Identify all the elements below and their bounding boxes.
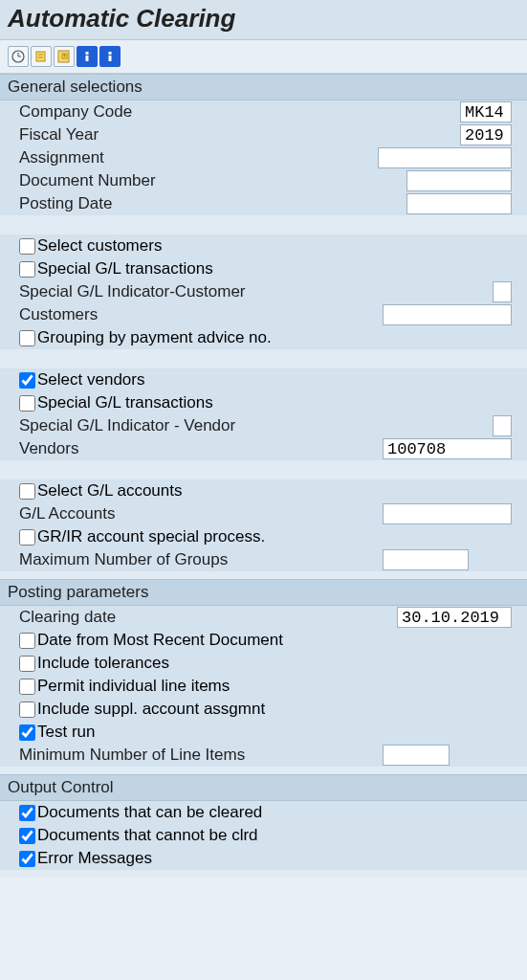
label-special-gl-ind-vend: Special G/L Indicator - Vendor — [19, 416, 306, 435]
docs-cleared-checkbox[interactable] — [19, 805, 35, 821]
test-run-checkbox[interactable] — [19, 724, 35, 741]
special-gl-ind-cust-input[interactable] — [493, 281, 512, 302]
variant-get-icon[interactable] — [31, 46, 52, 67]
date-recent-doc-checkbox[interactable] — [19, 633, 35, 649]
info-icon[interactable] — [77, 46, 98, 67]
label-customers: Customers — [19, 305, 306, 324]
label-assignment: Assignment — [19, 148, 306, 167]
info-icon-2[interactable] — [99, 46, 121, 67]
select-gl-accounts-checkbox[interactable] — [19, 483, 35, 500]
label-posting-date: Posting Date — [19, 194, 306, 213]
permit-individual-checkbox[interactable] — [19, 679, 35, 695]
label-grouping-payment-advice: Grouping by payment advice no. — [37, 328, 272, 347]
svg-rect-8 — [86, 52, 89, 55]
include-tolerances-checkbox[interactable] — [19, 656, 35, 672]
vendors-input[interactable] — [383, 438, 512, 459]
docs-not-cleared-checkbox[interactable] — [19, 828, 35, 844]
clearing-date-input[interactable] — [397, 607, 512, 628]
title-bar: Automatic Clearing — [0, 0, 527, 40]
label-select-vendors: Select vendors — [37, 370, 144, 390]
company-code-input[interactable] — [460, 101, 512, 122]
label-docs-not-cleared: Documents that cannot be clrd — [37, 826, 258, 845]
label-clearing-date: Clearing date — [19, 608, 306, 627]
svg-rect-9 — [86, 56, 89, 61]
grouping-payment-advice-checkbox[interactable] — [19, 330, 35, 346]
section-posting: Clearing date Date from Most Recent Docu… — [0, 606, 527, 774]
special-gl-trans-cust-checkbox[interactable] — [19, 261, 35, 278]
label-max-groups: Maximum Number of Groups — [19, 550, 306, 569]
svg-rect-10 — [109, 52, 112, 55]
label-vendors: Vendors — [19, 439, 306, 458]
label-document-number: Document Number — [19, 171, 306, 190]
variant-save-icon[interactable] — [54, 46, 75, 67]
label-include-tolerances: Include tolerances — [37, 654, 169, 673]
label-min-line-items: Minimum Number of Line Items — [19, 746, 306, 765]
min-line-items-input[interactable] — [383, 745, 450, 766]
max-groups-input[interactable] — [383, 549, 469, 570]
label-docs-cleared: Documents that can be cleared — [37, 803, 262, 822]
label-test-run: Test run — [37, 723, 95, 742]
page-title: Automatic Clearing — [8, 4, 519, 33]
toolbar — [0, 40, 527, 74]
label-select-gl-accounts: Select G/L accounts — [37, 481, 183, 501]
customers-input[interactable] — [383, 304, 512, 325]
svg-rect-3 — [36, 52, 45, 61]
assignment-input[interactable] — [378, 147, 512, 168]
label-gl-accounts: G/L Accounts — [19, 504, 306, 523]
label-error-messages: Error Messages — [37, 849, 152, 868]
document-number-input[interactable] — [406, 170, 512, 191]
special-gl-trans-vend-checkbox[interactable] — [19, 395, 35, 412]
section-output: Documents that can be cleared Documents … — [0, 801, 527, 878]
label-fiscal-year: Fiscal Year — [19, 125, 306, 145]
select-customers-checkbox[interactable] — [19, 238, 35, 255]
svg-rect-11 — [109, 56, 112, 61]
error-messages-checkbox[interactable] — [19, 851, 35, 867]
label-company-code: Company Code — [19, 102, 306, 122]
label-special-gl-ind-cust: Special G/L Indicator-Customer — [19, 282, 306, 301]
label-special-gl-trans-vend: Special G/L transactions — [37, 393, 213, 412]
special-gl-ind-vend-input[interactable] — [493, 415, 512, 436]
section-header-posting: Posting parameters — [0, 579, 527, 606]
label-include-suppl: Include suppl. account assgmnt — [37, 700, 265, 719]
label-select-customers: Select customers — [37, 236, 162, 256]
include-suppl-checkbox[interactable] — [19, 702, 35, 718]
posting-date-input[interactable] — [406, 193, 512, 214]
section-general: Company Code Fiscal Year Assignment Docu… — [0, 100, 527, 579]
gl-accounts-input[interactable] — [383, 503, 512, 524]
select-vendors-checkbox[interactable] — [19, 372, 35, 389]
label-grir-special: GR/IR account special process. — [37, 527, 265, 546]
label-permit-individual: Permit individual line items — [37, 677, 230, 696]
label-special-gl-trans-cust: Special G/L transactions — [37, 259, 213, 278]
execute-icon[interactable] — [8, 46, 29, 67]
fiscal-year-input[interactable] — [460, 124, 512, 145]
section-header-output: Output Control — [0, 774, 527, 801]
label-date-recent-doc: Date from Most Recent Document — [37, 631, 283, 650]
grir-special-checkbox[interactable] — [19, 529, 35, 546]
section-header-general: General selections — [0, 74, 527, 100]
